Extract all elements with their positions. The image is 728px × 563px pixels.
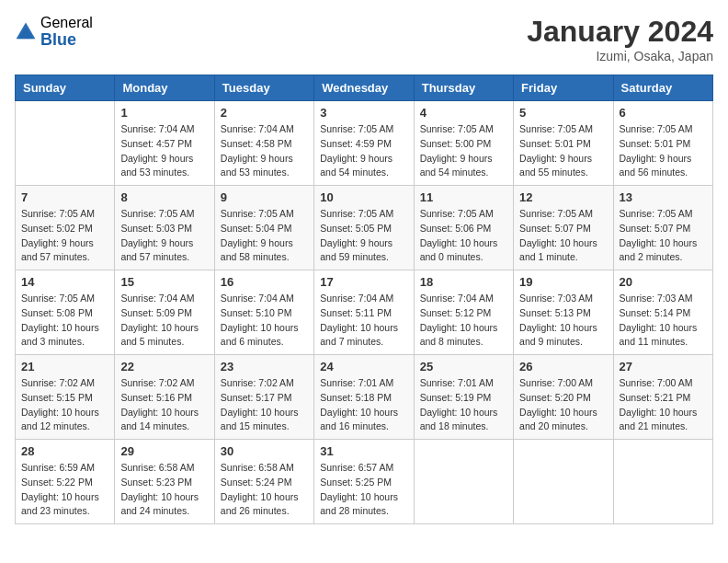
col-header-thursday: Thursday <box>414 75 513 101</box>
day-number: 14 <box>21 275 108 289</box>
day-info: Sunrise: 7:01 AMSunset: 5:19 PMDaylight:… <box>420 376 507 434</box>
calendar-week-4: 21Sunrise: 7:02 AMSunset: 5:15 PMDayligh… <box>16 355 713 440</box>
calendar-cell: 8Sunrise: 7:05 AMSunset: 5:03 PMDaylight… <box>115 186 214 270</box>
calendar-cell: 20Sunrise: 7:03 AMSunset: 5:14 PMDayligh… <box>613 270 712 355</box>
day-info: Sunrise: 7:05 AMSunset: 5:06 PMDaylight:… <box>420 207 507 265</box>
day-info: Sunrise: 7:02 AMSunset: 5:17 PMDaylight:… <box>221 376 308 434</box>
day-number: 13 <box>620 190 707 204</box>
day-number: 1 <box>120 106 208 120</box>
day-number: 27 <box>620 360 707 373</box>
calendar-cell: 7Sunrise: 7:05 AMSunset: 5:02 PMDaylight… <box>16 186 115 270</box>
title-block: January 2024 Izumi, Osaka, Japan <box>527 15 713 63</box>
day-number: 7 <box>21 190 108 204</box>
page-header: General Blue January 2024 Izumi, Osaka, … <box>15 15 713 63</box>
day-info: Sunrise: 7:05 AMSunset: 5:07 PMDaylight:… <box>519 207 607 265</box>
calendar-cell: 27Sunrise: 7:00 AMSunset: 5:21 PMDayligh… <box>613 355 712 440</box>
calendar-cell: 23Sunrise: 7:02 AMSunset: 5:17 PMDayligh… <box>214 355 313 440</box>
col-header-tuesday: Tuesday <box>214 75 313 101</box>
calendar-cell: 3Sunrise: 7:05 AMSunset: 4:59 PMDaylight… <box>314 101 414 186</box>
col-header-monday: Monday <box>115 75 214 101</box>
calendar-header-row: SundayMondayTuesdayWednesdayThursdayFrid… <box>16 75 713 101</box>
day-info: Sunrise: 7:05 AMSunset: 5:07 PMDaylight:… <box>620 207 707 265</box>
col-header-friday: Friday <box>514 75 613 101</box>
day-number: 19 <box>519 275 607 289</box>
day-info: Sunrise: 7:05 AMSunset: 4:59 PMDaylight:… <box>320 122 407 180</box>
logo-text: General Blue <box>40 15 93 49</box>
calendar-cell: 21Sunrise: 7:02 AMSunset: 5:15 PMDayligh… <box>16 355 115 440</box>
day-number: 26 <box>519 360 607 373</box>
day-info: Sunrise: 6:57 AMSunset: 5:25 PMDaylight:… <box>320 461 407 519</box>
day-number: 17 <box>320 275 407 289</box>
calendar-cell: 6Sunrise: 7:05 AMSunset: 5:01 PMDaylight… <box>613 101 712 186</box>
logo-icon <box>15 21 37 43</box>
calendar-cell: 2Sunrise: 7:04 AMSunset: 4:58 PMDaylight… <box>214 101 313 186</box>
col-header-saturday: Saturday <box>613 75 712 101</box>
day-number: 21 <box>21 360 108 373</box>
day-number: 24 <box>320 360 407 373</box>
day-number: 2 <box>221 106 308 120</box>
col-header-sunday: Sunday <box>16 75 115 101</box>
calendar-cell: 5Sunrise: 7:05 AMSunset: 5:01 PMDaylight… <box>514 101 613 186</box>
day-info: Sunrise: 7:04 AMSunset: 5:12 PMDaylight:… <box>420 292 507 350</box>
day-number: 28 <box>21 444 108 458</box>
calendar-cell: 19Sunrise: 7:03 AMSunset: 5:13 PMDayligh… <box>514 270 613 355</box>
col-header-wednesday: Wednesday <box>314 75 414 101</box>
day-number: 18 <box>420 275 507 289</box>
calendar-cell: 31Sunrise: 6:57 AMSunset: 5:25 PMDayligh… <box>314 440 414 524</box>
day-number: 31 <box>320 444 407 458</box>
day-number: 23 <box>221 360 308 373</box>
day-info: Sunrise: 7:00 AMSunset: 5:21 PMDaylight:… <box>620 376 707 434</box>
logo-blue: Blue <box>40 31 93 50</box>
calendar-cell: 15Sunrise: 7:04 AMSunset: 5:09 PMDayligh… <box>115 270 214 355</box>
calendar-cell: 24Sunrise: 7:01 AMSunset: 5:18 PMDayligh… <box>314 355 414 440</box>
calendar-cell: 22Sunrise: 7:02 AMSunset: 5:16 PMDayligh… <box>115 355 214 440</box>
day-info: Sunrise: 7:04 AMSunset: 5:10 PMDaylight:… <box>221 292 308 350</box>
day-number: 15 <box>120 275 208 289</box>
day-info: Sunrise: 7:02 AMSunset: 5:15 PMDaylight:… <box>21 376 108 434</box>
calendar-week-2: 7Sunrise: 7:05 AMSunset: 5:02 PMDaylight… <box>16 186 713 270</box>
day-info: Sunrise: 6:58 AMSunset: 5:23 PMDaylight:… <box>120 461 208 519</box>
calendar-cell <box>514 440 613 524</box>
calendar-cell: 26Sunrise: 7:00 AMSunset: 5:20 PMDayligh… <box>514 355 613 440</box>
calendar-week-5: 28Sunrise: 6:59 AMSunset: 5:22 PMDayligh… <box>16 440 713 524</box>
calendar-week-1: 1Sunrise: 7:04 AMSunset: 4:57 PMDaylight… <box>16 101 713 186</box>
calendar-cell: 17Sunrise: 7:04 AMSunset: 5:11 PMDayligh… <box>314 270 414 355</box>
day-info: Sunrise: 6:58 AMSunset: 5:24 PMDaylight:… <box>221 461 308 519</box>
calendar-cell: 1Sunrise: 7:04 AMSunset: 4:57 PMDaylight… <box>115 101 214 186</box>
day-info: Sunrise: 7:01 AMSunset: 5:18 PMDaylight:… <box>320 376 407 434</box>
day-number: 30 <box>221 444 308 458</box>
day-info: Sunrise: 7:02 AMSunset: 5:16 PMDaylight:… <box>120 376 208 434</box>
day-number: 20 <box>620 275 707 289</box>
day-info: Sunrise: 7:05 AMSunset: 5:00 PMDaylight:… <box>420 122 507 180</box>
calendar-cell: 12Sunrise: 7:05 AMSunset: 5:07 PMDayligh… <box>514 186 613 270</box>
day-number: 29 <box>120 444 208 458</box>
calendar-table: SundayMondayTuesdayWednesdayThursdayFrid… <box>15 75 713 524</box>
day-number: 11 <box>420 190 507 204</box>
day-number: 25 <box>420 360 507 373</box>
calendar-cell: 11Sunrise: 7:05 AMSunset: 5:06 PMDayligh… <box>414 186 513 270</box>
calendar-week-3: 14Sunrise: 7:05 AMSunset: 5:08 PMDayligh… <box>16 270 713 355</box>
logo: General Blue <box>15 15 93 49</box>
calendar-cell <box>414 440 513 524</box>
calendar-cell: 18Sunrise: 7:04 AMSunset: 5:12 PMDayligh… <box>414 270 513 355</box>
day-info: Sunrise: 7:05 AMSunset: 5:08 PMDaylight:… <box>21 292 108 350</box>
calendar-cell: 29Sunrise: 6:58 AMSunset: 5:23 PMDayligh… <box>115 440 214 524</box>
day-info: Sunrise: 7:04 AMSunset: 4:58 PMDaylight:… <box>221 122 308 180</box>
calendar-cell: 9Sunrise: 7:05 AMSunset: 5:04 PMDaylight… <box>214 186 313 270</box>
month-title: January 2024 <box>527 15 713 49</box>
calendar-cell <box>16 101 115 186</box>
day-info: Sunrise: 7:05 AMSunset: 5:01 PMDaylight:… <box>620 122 707 180</box>
day-info: Sunrise: 7:05 AMSunset: 5:05 PMDaylight:… <box>320 207 407 265</box>
day-info: Sunrise: 7:03 AMSunset: 5:14 PMDaylight:… <box>620 292 707 350</box>
calendar-cell: 10Sunrise: 7:05 AMSunset: 5:05 PMDayligh… <box>314 186 414 270</box>
day-info: Sunrise: 7:05 AMSunset: 5:03 PMDaylight:… <box>120 207 208 265</box>
day-info: Sunrise: 7:05 AMSunset: 5:04 PMDaylight:… <box>221 207 308 265</box>
day-number: 10 <box>320 190 407 204</box>
calendar-cell: 14Sunrise: 7:05 AMSunset: 5:08 PMDayligh… <box>16 270 115 355</box>
calendar-cell: 25Sunrise: 7:01 AMSunset: 5:19 PMDayligh… <box>414 355 513 440</box>
day-number: 12 <box>519 190 607 204</box>
day-info: Sunrise: 7:04 AMSunset: 5:09 PMDaylight:… <box>120 292 208 350</box>
calendar-cell: 30Sunrise: 6:58 AMSunset: 5:24 PMDayligh… <box>214 440 313 524</box>
day-info: Sunrise: 7:00 AMSunset: 5:20 PMDaylight:… <box>519 376 607 434</box>
day-info: Sunrise: 7:03 AMSunset: 5:13 PMDaylight:… <box>519 292 607 350</box>
